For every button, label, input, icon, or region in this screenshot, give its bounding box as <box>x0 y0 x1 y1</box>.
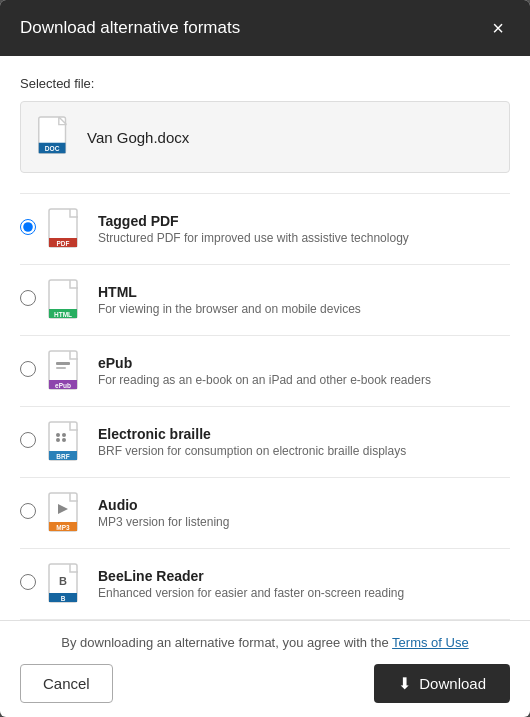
download-button[interactable]: ⬇ Download <box>374 664 510 703</box>
doc-file-icon: DOC <box>37 116 73 158</box>
format-info-tagged-pdf: Tagged PDF Structured PDF for improved u… <box>98 213 510 245</box>
format-item-tagged-pdf[interactable]: PDF Tagged PDF Structured PDF for improv… <box>20 193 510 264</box>
svg-point-17 <box>56 438 60 442</box>
format-desc-tagged-pdf: Structured PDF for improved use with ass… <box>98 231 510 245</box>
format-item-electronic-braille[interactable]: BRF Electronic braille BRF version for c… <box>20 406 510 477</box>
svg-point-15 <box>56 433 60 437</box>
format-list: PDF Tagged PDF Structured PDF for improv… <box>20 193 510 620</box>
svg-text:DOC: DOC <box>45 145 60 152</box>
format-desc-audio: MP3 version for listening <box>98 515 510 529</box>
modal-container: Download alternative formats × Selected … <box>0 0 530 717</box>
format-name-epub: ePub <box>98 355 510 371</box>
format-icon-beeline-reader: B B <box>48 563 84 605</box>
format-name-electronic-braille: Electronic braille <box>98 426 510 442</box>
svg-text:ePub: ePub <box>55 382 71 389</box>
selected-file-box: DOC Van Gogh.docx <box>20 101 510 173</box>
format-info-html: HTML For viewing in the browser and on m… <box>98 284 510 316</box>
close-button[interactable]: × <box>486 16 510 40</box>
svg-point-18 <box>62 438 66 442</box>
radio-audio[interactable] <box>20 503 36 523</box>
svg-rect-10 <box>56 362 70 365</box>
format-desc-epub: For reading as an e-book on an iPad and … <box>98 373 510 387</box>
radio-beeline-reader[interactable] <box>20 574 36 594</box>
modal-footer: By downloading an alternative format, yo… <box>0 620 530 717</box>
selected-file-name: Van Gogh.docx <box>87 129 189 146</box>
svg-text:PDF: PDF <box>57 240 70 247</box>
download-icon: ⬇ <box>398 674 411 693</box>
selected-file-label: Selected file: <box>20 76 510 91</box>
format-desc-electronic-braille: BRF version for consumption on electroni… <box>98 444 510 458</box>
svg-point-16 <box>62 433 66 437</box>
format-name-audio: Audio <box>98 497 510 513</box>
format-item-html[interactable]: HTML HTML For viewing in the browser and… <box>20 264 510 335</box>
svg-text:MP3: MP3 <box>56 524 70 531</box>
format-icon-tagged-pdf: PDF <box>48 208 84 250</box>
radio-electronic-braille[interactable] <box>20 432 36 452</box>
footer-buttons: Cancel ⬇ Download <box>20 664 510 703</box>
format-icon-electronic-braille: BRF <box>48 421 84 463</box>
format-icon-audio: MP3 <box>48 492 84 534</box>
format-name-beeline-reader: BeeLine Reader <box>98 568 510 584</box>
format-info-electronic-braille: Electronic braille BRF version for consu… <box>98 426 510 458</box>
format-item-beeline-reader[interactable]: B B BeeLine Reader Enhanced version for … <box>20 548 510 619</box>
svg-rect-11 <box>56 367 66 369</box>
svg-text:B: B <box>61 595 66 602</box>
format-icon-epub: ePub <box>48 350 84 392</box>
format-info-epub: ePub For reading as an e-book on an iPad… <box>98 355 510 387</box>
format-item-epub[interactable]: ePub ePub For reading as an e-book on an… <box>20 335 510 406</box>
modal-title: Download alternative formats <box>20 18 240 38</box>
format-info-beeline-reader: BeeLine Reader Enhanced version for easi… <box>98 568 510 600</box>
terms-link[interactable]: Terms of Use <box>392 635 469 650</box>
modal-header: Download alternative formats × <box>0 0 530 56</box>
svg-text:B: B <box>59 575 67 587</box>
format-name-html: HTML <box>98 284 510 300</box>
radio-epub[interactable] <box>20 361 36 381</box>
cancel-button[interactable]: Cancel <box>20 664 113 703</box>
terms-text: By downloading an alternative format, yo… <box>20 635 510 650</box>
format-item-audio[interactable]: MP3 Audio MP3 version for listening <box>20 477 510 548</box>
format-desc-html: For viewing in the browser and on mobile… <box>98 302 510 316</box>
download-label: Download <box>419 675 486 692</box>
svg-text:HTML: HTML <box>54 311 72 318</box>
radio-tagged-pdf[interactable] <box>20 219 36 239</box>
modal-body: Selected file: DOC Van Gogh.docx <box>0 56 530 620</box>
radio-html[interactable] <box>20 290 36 310</box>
svg-text:BRF: BRF <box>56 453 69 460</box>
format-icon-html: HTML <box>48 279 84 321</box>
format-desc-beeline-reader: Enhanced version for easier and faster o… <box>98 586 510 600</box>
format-name-tagged-pdf: Tagged PDF <box>98 213 510 229</box>
format-info-audio: Audio MP3 version for listening <box>98 497 510 529</box>
